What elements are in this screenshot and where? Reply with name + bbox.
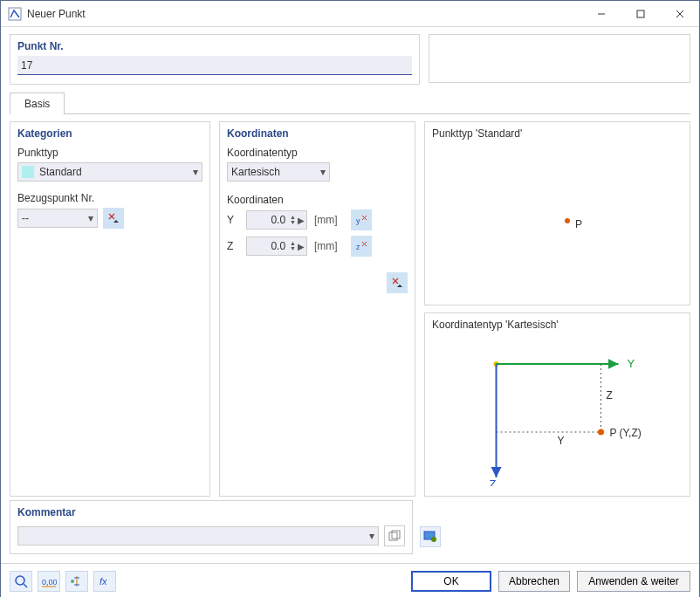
svg-text:y: y: [356, 216, 360, 225]
close-button[interactable]: [660, 1, 699, 26]
chevron-down-icon: ▾: [88, 212, 93, 224]
bezug-label: Bezugspunkt Nr.: [17, 192, 202, 204]
kategorien-panel: Kategorien Punkttyp Standard ▾ Bezugspun…: [10, 121, 210, 497]
pick-z-icon: z: [355, 240, 367, 252]
chevron-down-icon: ▾: [193, 166, 198, 178]
punkt-nr-input[interactable]: [17, 56, 412, 75]
ok-button[interactable]: OK: [411, 571, 491, 592]
app-icon: [8, 7, 22, 21]
preview-koordtyp: Koordinatentyp 'Kartesisch' Y Z: [424, 312, 690, 497]
coord-z-input[interactable]: 0.0 ▲▼ ▶: [246, 237, 307, 256]
preview-koordtyp-title: Koordinatentyp 'Kartesisch': [432, 319, 683, 331]
svg-rect-24: [389, 532, 397, 540]
tab-basis[interactable]: Basis: [10, 93, 65, 114]
punkttyp-swatch-icon: [22, 166, 34, 178]
kommentar-row: Kommentar ▾: [1, 497, 699, 563]
preview-point-label: P: [575, 218, 582, 230]
koordinaten-panel: Koordinaten Koordinatentyp Kartesisch ▾ …: [219, 121, 415, 497]
kommentar-header: Kommentar: [10, 501, 412, 524]
fx-icon: fx: [98, 574, 112, 588]
coord-row-z: Z 0.0 ▲▼ ▶ [mm] z: [227, 236, 408, 257]
tool-help-button[interactable]: [10, 571, 32, 592]
spinner-icon[interactable]: ▲▼: [290, 241, 296, 251]
tool-icons: 0,00 fx: [10, 571, 116, 592]
svg-point-27: [431, 537, 436, 542]
body-area: Kategorien Punkttyp Standard ▾ Bezugspun…: [1, 114, 699, 497]
pick-point-icon: [107, 212, 120, 224]
axis-y-label: Y: [628, 357, 635, 370]
expand-icon[interactable]: ▶: [298, 216, 305, 225]
bezug-value: --: [22, 212, 88, 224]
axis-diagram: Y Z P (Y,Z) Y Z: [432, 338, 683, 486]
koordtyp-label: Koordinatentyp: [227, 147, 408, 159]
svg-text:Z: Z: [607, 389, 613, 401]
coord-y-pick-button[interactable]: y: [351, 209, 372, 230]
bottom-bar: 0,00 fx OK Abbrechen Anwenden & weiter: [1, 563, 699, 597]
punkttyp-select[interactable]: Standard ▾: [17, 162, 202, 182]
coord-y-input[interactable]: 0.0 ▲▼ ▶: [246, 210, 307, 230]
koordinaten-header: Koordinaten: [220, 122, 415, 145]
tabs-row: Basis: [1, 92, 699, 114]
coord-y-unit: [mm]: [314, 214, 344, 226]
svg-point-28: [16, 576, 24, 585]
koordtyp-select[interactable]: Kartesisch ▾: [227, 162, 330, 182]
coord-z-value: 0.0: [247, 240, 287, 252]
chevron-down-icon: ▾: [369, 530, 374, 542]
library-icon: [388, 530, 401, 542]
punkttyp-value: Standard: [39, 166, 193, 178]
coord-z-pick-button[interactable]: z: [351, 236, 372, 257]
right-column: Punkttyp 'Standard' P Koordinatentyp 'Ka…: [424, 121, 690, 497]
kommentar-library-button[interactable]: [384, 525, 405, 546]
coord-y-value: 0.0: [247, 214, 287, 226]
bezug-select[interactable]: -- ▾: [17, 209, 98, 228]
svg-rect-0: [9, 8, 21, 20]
spinner-icon[interactable]: ▲▼: [290, 215, 296, 225]
tabstrip: Basis: [10, 92, 690, 114]
tool-units-button[interactable]: 0,00: [38, 571, 60, 592]
kommentar-panel: Kommentar ▾: [10, 500, 413, 554]
dialog-content: Punkt Nr. Basis Kategorien Punkttyp: [1, 27, 699, 597]
kommentar-select[interactable]: ▾: [17, 526, 379, 546]
cancel-button[interactable]: Abbrechen: [498, 571, 570, 592]
punkt-nr-panel: Punkt Nr.: [10, 34, 420, 85]
svg-point-35: [71, 580, 74, 583]
measure-icon: [70, 574, 84, 588]
top-area: Punkt Nr.: [1, 27, 699, 85]
bezug-pick-button[interactable]: [103, 208, 124, 229]
titlebar: Neuer Punkt: [1, 1, 699, 27]
chevron-down-icon: ▾: [320, 166, 326, 178]
svg-text:fx: fx: [100, 576, 107, 587]
pick-y-icon: y: [355, 214, 367, 226]
display-settings-button[interactable]: [420, 526, 441, 547]
svg-rect-25: [392, 531, 400, 539]
svg-line-29: [24, 584, 27, 587]
coord-z-unit: [mm]: [314, 240, 344, 252]
kommentar-side: [420, 526, 690, 554]
window-title: Neuer Punkt: [27, 8, 581, 20]
tool-function-button[interactable]: fx: [93, 571, 116, 592]
preview-punkttyp-title: Punkttyp 'Standard': [432, 127, 683, 140]
coord-pick-all-button[interactable]: [387, 272, 408, 293]
svg-text:z: z: [356, 243, 360, 251]
apply-button[interactable]: Anwenden & weiter: [577, 571, 690, 592]
minimize-button[interactable]: [581, 1, 621, 26]
svg-point-20: [598, 429, 604, 436]
display-icon: [423, 531, 437, 543]
magnifier-icon: [14, 574, 28, 588]
mid-column: Koordinaten Koordinatentyp Kartesisch ▾ …: [219, 121, 415, 497]
expand-icon[interactable]: ▶: [298, 242, 305, 251]
preview-point-icon: [565, 218, 570, 223]
dialog-window: Neuer Punkt Punkt Nr. Basis: [0, 0, 700, 597]
tool-measure-button[interactable]: [65, 571, 88, 592]
svg-text:Y: Y: [558, 435, 565, 447]
top-right-panel: [429, 34, 690, 83]
koord-sub-label: Koordinaten: [227, 194, 408, 206]
svg-text:0,00: 0,00: [42, 578, 57, 587]
coord-y-label: Y: [227, 214, 239, 226]
maximize-button[interactable]: [621, 1, 660, 26]
coord-z-label: Z: [227, 240, 239, 252]
koordtyp-value: Kartesisch: [231, 166, 320, 178]
window-controls: [581, 1, 699, 26]
svg-text:P (Y,Z): P (Y,Z): [610, 427, 642, 439]
pick-point-icon: [391, 277, 403, 289]
